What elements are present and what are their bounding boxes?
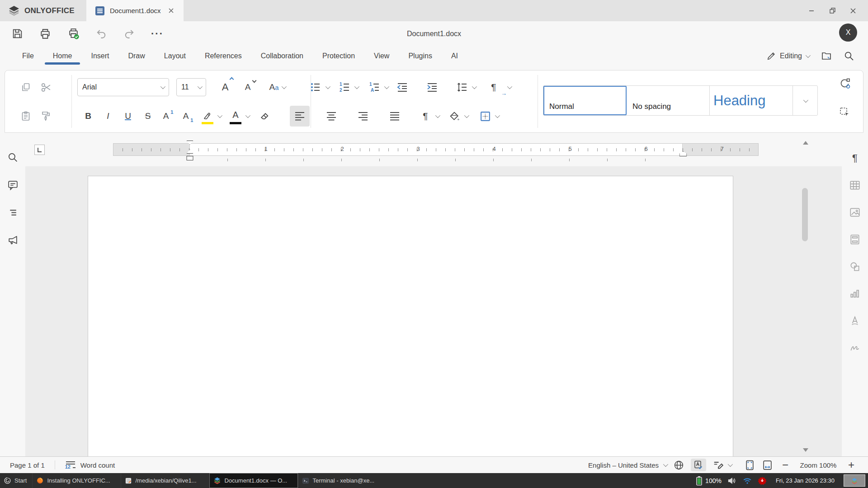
scroll-up-icon[interactable] [803, 141, 808, 145]
multilevel-list-button[interactable]: 1 A [364, 77, 384, 98]
spell-check-button[interactable] [691, 459, 706, 471]
replace-button[interactable] [835, 73, 855, 94]
align-left-button[interactable] [290, 106, 310, 127]
track-changes-button[interactable] [712, 459, 731, 471]
header-footer-settings-button[interactable] [847, 232, 863, 247]
paragraph-settings-button[interactable]: ¶ [847, 151, 863, 165]
tab-stop-selector[interactable] [34, 145, 45, 155]
chevron-down-icon[interactable] [217, 113, 222, 118]
chevron-down-icon[interactable] [384, 84, 389, 89]
volume-icon[interactable] [727, 476, 737, 486]
decrease-font-size-button[interactable]: A [238, 77, 258, 98]
chevron-down-icon[interactable] [245, 113, 250, 118]
print-button[interactable] [36, 25, 54, 42]
clock[interactable]: Fri, 23 Jan 2026 23:30 [772, 477, 838, 484]
tab-view[interactable]: View [364, 46, 399, 66]
borders-button[interactable] [475, 106, 495, 127]
increase-font-size-button[interactable]: A [215, 77, 235, 98]
chart-settings-button[interactable] [847, 286, 863, 301]
clear-style-button[interactable] [255, 106, 274, 127]
workspace-switcher[interactable] [844, 474, 865, 487]
tab-home[interactable]: Home [43, 46, 82, 66]
open-file-location-button[interactable] [821, 51, 832, 61]
minimize-button[interactable] [801, 0, 822, 21]
cut-button[interactable] [36, 77, 56, 98]
editing-mode-button[interactable]: Editing [766, 51, 809, 61]
chevron-down-icon[interactable] [435, 113, 440, 118]
taskbar-item-onlyoffice[interactable]: Document1.docx — O... [209, 473, 298, 488]
numbering-button[interactable]: 1 2 [335, 77, 354, 98]
copy-button[interactable] [16, 77, 36, 98]
taskbar-item-terminal[interactable]: Terminal - xebian@xe... [298, 473, 387, 488]
vertical-scrollbar[interactable] [801, 139, 810, 454]
horizontal-ruler[interactable]: 1 2 3 4 5 6 7 [113, 143, 759, 156]
fit-width-button[interactable] [762, 460, 773, 471]
zoom-level[interactable]: Zoom 100% [797, 461, 839, 469]
decrease-indent-button[interactable] [392, 77, 412, 98]
text-art-settings-button[interactable] [847, 314, 863, 328]
wifi-icon[interactable] [742, 476, 752, 486]
chevron-down-icon[interactable] [495, 113, 500, 118]
chevron-down-icon[interactable] [464, 113, 469, 118]
style-normal[interactable]: Normal [543, 86, 627, 115]
tab-layout[interactable]: Layout [155, 46, 195, 66]
set-language-globe-button[interactable] [673, 460, 684, 471]
image-settings-button[interactable] [847, 205, 863, 220]
signature-settings-button[interactable] [847, 341, 863, 355]
updates-icon[interactable] [758, 476, 767, 485]
align-center-button[interactable] [321, 106, 341, 127]
taskbar-item-file-manager[interactable]: /media/xebian/Qilive1... [121, 473, 209, 488]
tab-collaboration[interactable]: Collaboration [251, 46, 313, 66]
paragraph-breaks-button[interactable]: ¶ → [484, 77, 504, 98]
chevron-down-icon[interactable] [472, 84, 477, 89]
tab-references[interactable]: References [195, 46, 251, 66]
font-size-select[interactable]: 11 [176, 78, 206, 96]
tab-plugins[interactable]: Plugins [399, 46, 441, 66]
table-settings-button[interactable] [847, 178, 863, 192]
tab-insert[interactable]: Insert [81, 46, 118, 66]
start-button[interactable]: Start [0, 473, 32, 488]
justify-button[interactable] [385, 106, 405, 127]
redo-button[interactable] [120, 25, 138, 42]
navigation-panel-button[interactable] [5, 205, 21, 220]
highlight-color-button[interactable] [198, 106, 217, 127]
font-color-button[interactable]: A [226, 106, 245, 127]
superscript-button[interactable]: A1 [158, 106, 178, 127]
fit-page-button[interactable] [744, 460, 755, 471]
word-count-button[interactable]: 12 Word count [65, 460, 115, 469]
search-icon[interactable] [844, 51, 854, 61]
tab-close-icon[interactable] [168, 8, 174, 14]
strikethrough-button[interactable]: S [138, 106, 158, 127]
zoom-in-button[interactable]: + [845, 460, 857, 469]
comments-panel-button[interactable] [5, 178, 21, 192]
feedback-button[interactable] [5, 233, 21, 247]
increase-indent-button[interactable] [422, 77, 442, 98]
quick-print-button[interactable] [64, 25, 82, 42]
taskbar-item-firefox[interactable]: Installing ONLYOFFIC... [32, 473, 121, 488]
scrollbar-thumb[interactable] [802, 188, 808, 241]
find-panel-button[interactable] [5, 150, 21, 164]
bullets-button[interactable] [306, 77, 326, 98]
copy-style-button[interactable] [36, 106, 56, 127]
document-tab[interactable]: Document1.docx [86, 0, 184, 21]
font-name-select[interactable]: Arial [77, 78, 169, 96]
document-language-button[interactable]: English – United States [588, 461, 667, 469]
chevron-down-icon[interactable] [354, 84, 359, 89]
shape-settings-button[interactable] [847, 259, 863, 274]
line-spacing-button[interactable] [452, 77, 472, 98]
style-heading[interactable]: Heading [710, 86, 793, 115]
undo-button[interactable] [92, 25, 110, 42]
tab-file[interactable]: File [13, 46, 43, 66]
restore-button[interactable] [822, 0, 843, 21]
underline-button[interactable]: U [118, 106, 138, 127]
italic-button[interactable]: I [98, 106, 118, 127]
shading-button[interactable] [444, 106, 464, 127]
chevron-down-icon[interactable] [507, 84, 512, 89]
chevron-down-icon[interactable] [326, 84, 330, 89]
battery-icon[interactable]: 100% [696, 476, 722, 486]
close-window-button[interactable] [843, 0, 863, 21]
styles-gallery-expand-button[interactable] [793, 86, 817, 115]
select-all-button[interactable] [835, 102, 855, 123]
align-right-button[interactable] [353, 106, 373, 127]
customize-quick-access-button[interactable]: ··· [148, 25, 166, 42]
